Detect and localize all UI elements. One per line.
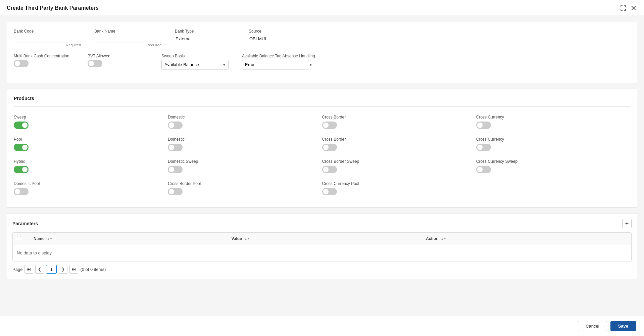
available-balance-select-wrapper: Error Warning Ignore: [242, 60, 315, 69]
add-parameter-button[interactable]: +: [622, 219, 632, 228]
hybrid-group: Hybrid: [14, 156, 168, 179]
sweep-cross-border-slider: [322, 122, 337, 129]
available-balance-group: Available Balance Tag Absense Handling E…: [242, 54, 315, 69]
modal-title: Create Third Party Bank Parameters: [7, 5, 99, 11]
bank-name-label: Bank Name: [94, 29, 161, 34]
expand-icon[interactable]: [619, 5, 627, 11]
cross-border-pool-label: Cross Border Pool: [168, 181, 322, 186]
modal-header: Create Third Party Bank Parameters: [0, 0, 644, 15]
sweep-group: Sweep: [14, 112, 168, 134]
pool-domestic-toggle[interactable]: [168, 144, 183, 151]
sweep-cross-currency-slider: [476, 122, 491, 129]
hybrid-cross-currency-sweep-label: Cross Currency Sweep: [476, 159, 630, 164]
last-page-button[interactable]: ⏭: [69, 265, 78, 274]
cross-border-pool-slider: [168, 188, 183, 195]
sweep-domestic-toggle[interactable]: [168, 122, 183, 129]
bvt-allowed-group: BVT Allowed: [88, 54, 148, 69]
hybrid-cross-border-sweep-group: Cross Border Sweep: [322, 156, 476, 179]
sweep-basis-select[interactable]: Available Balance Ledger Balance: [161, 60, 229, 69]
bank-name-input[interactable]: [94, 35, 161, 43]
parameters-section: Parameters + Name ▲▼: [7, 213, 637, 279]
bank-type-group: Bank Type External: [175, 29, 235, 47]
source-value: OBLMUI: [249, 35, 309, 43]
pool-cross-border-group: Cross Border: [322, 134, 476, 156]
modal-body: Bank Code Required Bank Name Required Ba…: [0, 15, 644, 316]
form-row-2: Multi Bank Cash Concentration BVT Allowe…: [14, 54, 630, 69]
cross-currency-pool-group: Cross Currency Pool: [322, 179, 476, 201]
close-icon[interactable]: [630, 5, 637, 11]
table-head: Name ▲▼ Value ▲▼ Action ▲▼: [13, 233, 631, 245]
bank-code-input[interactable]: [14, 35, 81, 43]
cross-border-pool-group: Cross Border Pool: [168, 179, 322, 201]
name-column-header[interactable]: Name ▲▼: [30, 233, 227, 245]
sweep-cross-currency-group: Cross Currency: [476, 112, 630, 134]
pool-cross-border-label: Cross Border: [322, 137, 476, 142]
empty-group: [476, 179, 630, 201]
sweep-label: Sweep: [14, 115, 168, 119]
hybrid-cross-currency-sweep-toggle[interactable]: [476, 166, 491, 173]
sweep-slider: [14, 122, 29, 129]
first-page-button[interactable]: ⏮: [24, 265, 33, 274]
next-page-button[interactable]: ❯: [59, 265, 67, 274]
sweep-domestic-group: Domestic: [168, 112, 322, 134]
hybrid-row: Hybrid Domestic Sweep Cross Border Sweep: [14, 156, 630, 179]
parameters-table-container: Name ▲▼ Value ▲▼ Action ▲▼: [12, 232, 632, 261]
available-balance-label: Available Balance Tag Absense Handling: [242, 54, 315, 58]
cancel-button[interactable]: Cancel: [578, 321, 607, 331]
cross-border-pool-toggle[interactable]: [168, 188, 183, 195]
cross-currency-pool-toggle[interactable]: [322, 188, 337, 195]
pool-label: Pool: [14, 137, 168, 142]
bvt-allowed-label: BVT Allowed: [88, 54, 148, 58]
sweep-cross-currency-label: Cross Currency: [476, 115, 630, 119]
form-row-1: Bank Code Required Bank Name Required Ba…: [14, 29, 630, 47]
action-column-header[interactable]: Action ▲▼: [422, 233, 631, 245]
bank-type-value: External: [175, 35, 235, 43]
multi-bank-toggle[interactable]: [14, 60, 29, 67]
pool-toggle[interactable]: [14, 144, 29, 151]
sweep-basis-label: Sweep Basis: [161, 54, 229, 58]
available-balance-select[interactable]: Error Warning Ignore: [242, 60, 309, 69]
source-label: Source: [249, 29, 309, 34]
action-sort-icon: ▲▼: [441, 238, 446, 240]
table-header-row: Name ▲▼ Value ▲▼ Action ▲▼: [13, 233, 631, 245]
select-all-checkbox[interactable]: [17, 236, 21, 240]
hybrid-cross-border-sweep-label: Cross Border Sweep: [322, 159, 476, 164]
select-all-header: [13, 233, 30, 245]
sweep-cross-border-label: Cross Border: [322, 115, 476, 119]
pool-cross-currency-group: Cross Currency: [476, 134, 630, 156]
parameters-title: Parameters: [12, 221, 38, 226]
domestic-pool-toggle[interactable]: [14, 188, 29, 195]
pool-cross-border-toggle[interactable]: [322, 144, 337, 151]
pool-domestic-group: Domestic: [168, 134, 322, 156]
value-sort-icon: ▲▼: [244, 238, 250, 240]
bank-name-required: Required: [94, 43, 161, 47]
pool-cross-currency-toggle[interactable]: [476, 144, 491, 151]
sweep-cross-currency-toggle[interactable]: [476, 122, 491, 129]
hybrid-domestic-sweep-slider: [168, 166, 183, 173]
pool-cross-currency-label: Cross Currency: [476, 137, 630, 142]
hybrid-domestic-sweep-toggle[interactable]: [168, 166, 183, 173]
multi-bank-slider: [14, 60, 29, 67]
parameters-table: Name ▲▼ Value ▲▼ Action ▲▼: [13, 233, 631, 261]
page-info: (0 of 0 items): [80, 267, 106, 272]
save-button[interactable]: Save: [610, 321, 636, 331]
pagination: Page ⏮ ❮ ❯ ⏭ (0 of 0 items): [12, 261, 632, 274]
page-label: Page: [12, 267, 22, 272]
bvt-toggle[interactable]: [88, 60, 102, 67]
bank-code-required: Required: [14, 43, 81, 47]
hybrid-toggle[interactable]: [14, 166, 29, 173]
sweep-basis-group: Sweep Basis Available Balance Ledger Bal…: [161, 54, 229, 69]
modal-footer: Cancel Save: [0, 316, 644, 336]
bank-code-group: Bank Code Required: [14, 29, 81, 47]
sweep-toggle[interactable]: [14, 122, 29, 129]
multi-bank-label: Multi Bank Cash Concentration: [14, 54, 74, 58]
bank-name-group: Bank Name Required: [94, 29, 161, 47]
page-number-input[interactable]: [46, 265, 57, 274]
cross-currency-pool-slider: [322, 188, 337, 195]
value-column-header[interactable]: Value ▲▼: [227, 233, 422, 245]
hybrid-cross-border-sweep-toggle[interactable]: [322, 166, 337, 173]
prev-page-button[interactable]: ❮: [35, 265, 44, 274]
hybrid-label: Hybrid: [14, 159, 168, 164]
sweep-cross-border-toggle[interactable]: [322, 122, 337, 129]
source-group: Source OBLMUI: [249, 29, 309, 47]
